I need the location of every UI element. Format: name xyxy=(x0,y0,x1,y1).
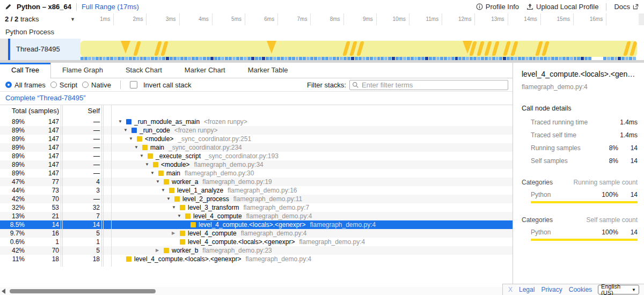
expander-open-icon[interactable]: ▼ xyxy=(140,152,148,160)
call-tree-row[interactable]: 89%147—▼_run_code<frozen runpy> xyxy=(0,126,513,135)
call-tree-row[interactable]: 32%5332▼level_3_transformflamegraph_demo… xyxy=(0,203,513,212)
timeline-ruler[interactable]: 1ms2ms3ms4ms5ms6ms7ms8ms9ms10ms11ms12ms1… xyxy=(80,13,639,25)
footer-link-legal[interactable]: Legal xyxy=(519,286,535,293)
footer-link-cookies[interactable]: Cookies xyxy=(569,286,592,293)
thread-track-label[interactable]: Thread-78495 xyxy=(10,39,80,60)
category-bar xyxy=(531,239,638,241)
ruler-tick-label: 13ms xyxy=(80,13,504,25)
column-header-self[interactable]: Self xyxy=(63,105,100,117)
call-tree-row[interactable]: 89%147—▼mainflamegraph_demo.py:30 xyxy=(0,169,513,178)
invert-call-stack-checkbox[interactable] xyxy=(130,81,137,88)
category-python-icon xyxy=(180,231,185,236)
expander-open-icon[interactable]: ▼ xyxy=(118,117,126,126)
radio-script[interactable] xyxy=(50,82,57,88)
expander-open-icon[interactable]: ▼ xyxy=(177,212,185,220)
expander-open-icon[interactable]: ▼ xyxy=(145,160,153,169)
footer-link-privacy[interactable]: Privacy xyxy=(541,286,562,293)
expander-closed-icon[interactable]: ▶ xyxy=(156,246,164,255)
expander-open-icon[interactable]: ▼ xyxy=(150,169,158,178)
sidebar-details-header: Call node details xyxy=(522,105,638,112)
process-track[interactable]: Python Process xyxy=(0,25,644,39)
call-tree-row[interactable]: 0.6%11level_4_compute.<locals>.<genexpr>… xyxy=(0,238,513,246)
divider xyxy=(606,3,606,11)
radio-all-frames[interactable] xyxy=(5,82,12,88)
profile-name[interactable]: Python – x86_64 xyxy=(17,3,71,11)
marker-slash-icon[interactable] xyxy=(503,41,511,56)
full-range-link[interactable]: Full Range (17ms) xyxy=(82,3,139,11)
category-python-icon xyxy=(164,179,169,185)
marker-triangle-icon[interactable] xyxy=(267,41,276,54)
tab-marker-table[interactable]: Marker Table xyxy=(237,63,299,78)
language-select[interactable]: English (US) ▼ xyxy=(598,285,639,294)
breadcrumb-link[interactable]: Complete “Thread-78495” xyxy=(0,94,86,102)
expander-open-icon[interactable]: ▼ xyxy=(156,178,164,186)
scroll-left-arrow-icon[interactable] xyxy=(2,289,5,294)
tab-marker-chart[interactable]: Marker Chart xyxy=(173,63,237,78)
divider xyxy=(120,80,121,89)
marker-slash-icon[interactable] xyxy=(630,41,637,56)
call-tree-row[interactable]: 89%147—▼_run_module_as_main<frozen runpy… xyxy=(0,117,513,126)
ruler-tick-label: 6ms xyxy=(80,13,274,25)
category-python-icon xyxy=(180,239,185,245)
radio-label[interactable]: Script xyxy=(60,81,77,89)
ruler-tick-label: 3ms xyxy=(80,13,176,25)
call-tree-row[interactable]: 11%1818level_4_compute.<locals>.<genexpr… xyxy=(0,255,513,263)
expander-closed-icon[interactable]: ▶ xyxy=(172,229,180,238)
tab-call-tree[interactable]: Call Tree xyxy=(0,63,51,78)
top-bar: Python – x86_64 Full Range (17ms) Profil… xyxy=(0,0,644,14)
call-tree-row[interactable]: 44%733▼level_1_analyzeflamegraph_demo.py… xyxy=(0,186,513,195)
marker-slash-icon[interactable] xyxy=(342,41,350,56)
call-tree-row[interactable]: 89%147—▼<module>flamegraph_demo.py:34 xyxy=(0,160,513,169)
chevron-down-icon: ▼ xyxy=(632,287,636,292)
marker-slash-icon[interactable] xyxy=(541,41,550,56)
sidebar-categories-header: CategoriesSelf sample count xyxy=(522,216,638,224)
invert-call-stack-label[interactable]: Invert call stack xyxy=(143,81,192,89)
filter-stacks-input[interactable] xyxy=(349,80,508,90)
marker-slash-icon[interactable] xyxy=(477,41,485,56)
category-python-icon xyxy=(142,145,148,150)
expander-open-icon[interactable]: ▼ xyxy=(129,135,137,143)
profile-info-button[interactable]: Profile Info xyxy=(476,3,519,11)
expander-open-icon[interactable]: ▼ xyxy=(161,186,169,195)
call-tree-row[interactable]: 13%217▼level_4_computeflamegraph_demo.py… xyxy=(0,212,513,220)
call-tree-row[interactable]: 89%147—▼_execute_script_sync_coordinator… xyxy=(0,152,513,160)
chevron-down-icon: ▼ xyxy=(70,13,75,25)
expander-open-icon[interactable]: ▼ xyxy=(166,195,174,203)
tracks-dropdown[interactable]: 2 / 2 tracks ▼ xyxy=(0,13,80,25)
radio-label[interactable]: All frames xyxy=(14,81,46,89)
call-tree-row[interactable]: 8.5%1414level_4_compute.<locals>.<genexp… xyxy=(0,220,513,229)
expander-open-icon[interactable]: ▼ xyxy=(172,203,180,212)
footer-link-x[interactable]: X xyxy=(508,286,513,293)
call-tree-row[interactable]: 47%774▼worker_aflamegraph_demo.py:19 xyxy=(0,178,513,186)
radio-label[interactable]: Native xyxy=(91,81,111,89)
expander-open-icon[interactable]: ▼ xyxy=(134,143,142,152)
thread-activity-graph[interactable] xyxy=(80,39,639,60)
expander-open-icon[interactable]: ▼ xyxy=(123,126,131,135)
ruler-tick-label: 1ms xyxy=(80,13,110,25)
radio-native[interactable] xyxy=(82,82,89,88)
upload-profile-button[interactable]: Upload Local Profile xyxy=(526,3,598,11)
category-python-icon xyxy=(174,196,180,202)
tab-flame-graph[interactable]: Flame Graph xyxy=(51,63,114,78)
category-bar xyxy=(531,201,638,203)
marker-slash-icon[interactable] xyxy=(349,41,357,56)
call-tree-row[interactable]: 89%147—▼<module>_sync_coordinator.py:251 xyxy=(0,135,513,143)
tab-stack-chart[interactable]: Stack Chart xyxy=(114,63,173,78)
call-tree-row[interactable]: 42%70—▼level_2_processflamegraph_demo.py… xyxy=(0,195,513,203)
marker-slash-icon[interactable] xyxy=(133,41,141,56)
marker-slash-icon[interactable] xyxy=(510,41,518,56)
marker-slash-icon[interactable] xyxy=(484,41,492,56)
column-header-total[interactable]: Total (samples) xyxy=(0,105,59,117)
edit-pencil-icon[interactable] xyxy=(5,3,12,10)
marker-triangle-icon[interactable] xyxy=(121,41,130,54)
call-tree-row[interactable]: 9.7%165▶level_4_computeflamegraph_demo.p… xyxy=(0,229,513,238)
horizontal-scrollbar[interactable] xyxy=(0,287,504,295)
docs-link[interactable]: Docs xyxy=(614,3,639,11)
marker-slash-icon[interactable] xyxy=(492,41,500,56)
scrollbar-thumb[interactable] xyxy=(10,289,156,293)
category-python-icon xyxy=(158,171,164,176)
marker-slash-icon[interactable] xyxy=(160,41,169,56)
call-tree-row[interactable]: 89%147—▼main_sync_coordinator.py:234 xyxy=(0,143,513,152)
call-tree-row[interactable]: 42%705▶worker_bflamegraph_demo.py:23 xyxy=(0,246,513,255)
marker-slash-icon[interactable] xyxy=(356,41,364,56)
